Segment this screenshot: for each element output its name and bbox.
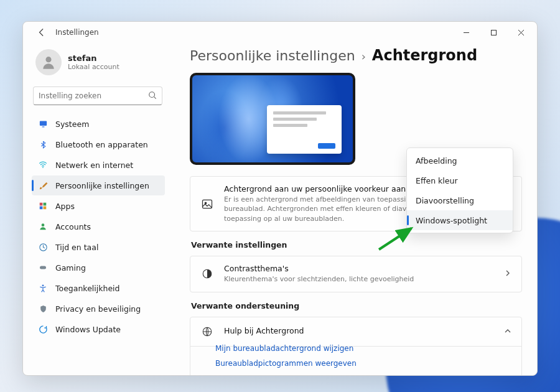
support-link[interactable]: Mijn bureaubladachtergrond wijzigen: [215, 344, 497, 353]
window-title: Instellingen: [55, 28, 99, 37]
apps-icon: [38, 201, 48, 211]
accessibility-icon: [38, 283, 48, 293]
display-icon: [38, 119, 48, 129]
sidebar-item-label: Persoonlijke instellingen: [55, 181, 149, 190]
search-icon: [148, 90, 157, 102]
support-link[interactable]: Bureaubladpictogrammen weergeven: [215, 359, 497, 368]
svg-rect-9: [44, 207, 47, 210]
sidebar-item-label: Toegankelijkheid: [55, 284, 120, 293]
card-subtitle: Kleurenthema's voor slechtzienden, licht…: [224, 274, 485, 284]
sidebar-item-netwerk-en-internet[interactable]: Netwerk en internet: [32, 155, 165, 175]
picture-icon: [200, 197, 214, 211]
main-content: Persoonlijke instellingen › Achtergrond …: [171, 43, 537, 375]
sidebar-item-label: Tijd en taal: [55, 243, 98, 252]
sidebar-item-label: Accounts: [55, 222, 91, 231]
sidebar-item-persoonlijke-instellingen[interactable]: Persoonlijke instellingen: [32, 175, 165, 195]
svg-rect-6: [40, 203, 43, 206]
sidebar-item-privacy-en-beveiliging[interactable]: Privacy en beveiliging: [32, 299, 165, 319]
back-button[interactable]: [32, 22, 52, 42]
maximize-button[interactable]: [480, 23, 507, 42]
svg-point-1: [45, 57, 51, 62]
minimize-button[interactable]: [452, 23, 480, 42]
svg-point-5: [42, 167, 44, 168]
breadcrumb-current: Achtergrond: [372, 47, 477, 64]
sidebar-item-label: Apps: [55, 202, 75, 211]
svg-rect-8: [40, 207, 43, 210]
update-icon: [38, 324, 48, 334]
svg-rect-12: [40, 266, 46, 269]
gamepad-icon: [38, 263, 48, 273]
settings-window: Instellingen stefan Lokaal account: [22, 21, 538, 376]
sidebar-item-label: Bluetooth en apparaten: [55, 140, 148, 149]
svg-rect-14: [203, 200, 212, 208]
chevron-up-icon: [504, 327, 511, 337]
dropdown-option[interactable]: Diavoorstelling: [407, 190, 513, 210]
avatar-icon: [35, 49, 62, 75]
svg-point-2: [149, 91, 155, 97]
sidebar-item-accounts[interactable]: Accounts: [32, 217, 165, 236]
contrast-themes-card[interactable]: Contrastthema's Kleurenthema's voor slec…: [190, 256, 522, 292]
related-settings-heading: Verwante instellingen: [191, 240, 522, 250]
background-type-dropdown[interactable]: AfbeeldingEffen kleurDiavoorstellingWind…: [406, 147, 513, 233]
contrast-icon: [200, 267, 214, 281]
dropdown-option[interactable]: Afbeelding: [407, 151, 513, 170]
user-subtitle: Lokaal account: [68, 63, 119, 71]
sidebar-item-tijd-en-taal[interactable]: Tijd en taal: [32, 237, 165, 257]
sidebar-item-label: Privacy en beveiliging: [55, 304, 141, 314]
card-title: Contrastthema's: [224, 264, 494, 273]
search-field[interactable]: [39, 91, 148, 100]
support-links: Mijn bureaubladachtergrond wijzigenBurea…: [190, 338, 522, 375]
related-support-heading: Verwante ondersteuning: [191, 301, 522, 310]
window-controls: [452, 23, 534, 42]
dropdown-option[interactable]: Windows-spotlight: [407, 210, 513, 230]
titlebar: Instellingen: [23, 22, 537, 43]
person-icon: [38, 222, 48, 231]
user-name: stefan: [68, 54, 119, 63]
dropdown-option[interactable]: Effen kleur: [407, 170, 513, 190]
background-preview: [190, 73, 355, 165]
wifi-icon: [38, 160, 48, 170]
breadcrumb-parent[interactable]: Persoonlijke instellingen: [190, 48, 355, 63]
preview-dialog: [267, 105, 342, 154]
chevron-right-icon: [504, 269, 511, 279]
chevron-right-icon: ›: [362, 50, 366, 63]
globe-help-icon: [200, 325, 214, 338]
sidebar-item-bluetooth-en-apparaten[interactable]: Bluetooth en apparaten: [32, 134, 165, 154]
sidebar-item-systeem[interactable]: Systeem: [32, 114, 165, 134]
close-button[interactable]: [507, 23, 534, 42]
svg-rect-3: [39, 121, 46, 126]
sidebar: stefan Lokaal account SysteemBluetooth e…: [23, 43, 171, 375]
svg-point-13: [42, 284, 44, 286]
search-input[interactable]: [33, 86, 162, 105]
card-title: Hulp bij Achtergrond: [224, 326, 494, 335]
shield-icon: [38, 304, 48, 314]
svg-rect-0: [491, 30, 496, 35]
globe-clock-icon: [38, 242, 48, 252]
svg-rect-7: [44, 203, 47, 206]
sidebar-item-label: Gaming: [55, 263, 86, 273]
svg-rect-4: [42, 126, 44, 127]
sidebar-item-label: Netwerk en internet: [55, 161, 133, 170]
bluetooth-icon: [38, 139, 48, 149]
sidebar-item-toegankelijkheid[interactable]: Toegankelijkheid: [32, 278, 165, 298]
sidebar-item-windows-update[interactable]: Windows Update: [32, 319, 165, 339]
sidebar-item-apps[interactable]: Apps: [32, 196, 165, 216]
breadcrumb: Persoonlijke instellingen › Achtergrond: [190, 47, 522, 64]
user-account[interactable]: stefan Lokaal account: [32, 47, 165, 83]
sidebar-item-gaming[interactable]: Gaming: [32, 258, 165, 278]
sidebar-item-label: Systeem: [55, 119, 89, 129]
brush-icon: [38, 180, 48, 190]
nav-list: SysteemBluetooth en apparatenNetwerk en …: [32, 114, 165, 339]
svg-point-10: [42, 223, 45, 226]
sidebar-item-label: Windows Update: [55, 325, 121, 334]
